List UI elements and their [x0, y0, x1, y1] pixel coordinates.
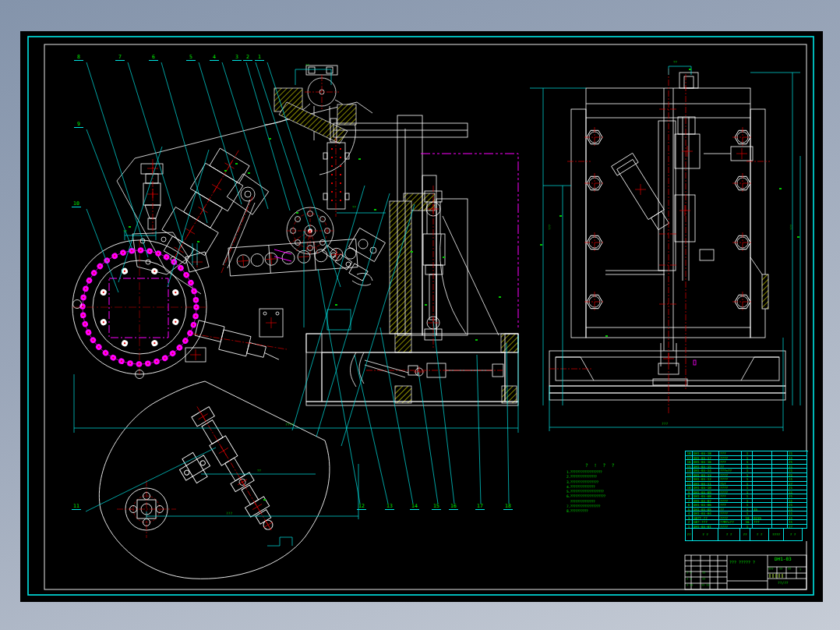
index-wheel: [287, 207, 334, 254]
cad-line-art: [0, 0, 840, 630]
cad-drawing-preview: 876543219101112131415161718 ????????????…: [0, 0, 840, 630]
sheet-frame: [20, 31, 823, 602]
